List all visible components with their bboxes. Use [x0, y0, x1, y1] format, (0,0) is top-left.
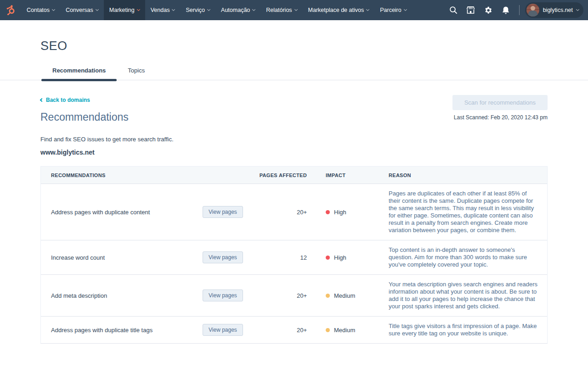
nav-item-label: Automação [221, 7, 250, 13]
back-link-label: Back to domains [46, 97, 90, 103]
chevron-down-icon [366, 8, 369, 11]
pages-affected-value: 12 [249, 254, 313, 261]
chevron-down-icon [404, 8, 407, 11]
table-row: Add meta description View pages 20+ Medi… [41, 275, 547, 317]
navbar-divider [519, 5, 520, 15]
nav-item-servico[interactable]: Serviço [180, 0, 215, 20]
column-header-pages-affected: PAGES AFFECTED [249, 173, 313, 178]
nav-item-label: Marketing [109, 7, 135, 13]
impact-label: High [334, 254, 346, 261]
main-menu: Contatos Conversas Marketing Vendas Serv… [21, 0, 412, 20]
chevron-down-icon [576, 8, 579, 11]
recommendations-table: RECOMMENDATIONS PAGES AFFECTED IMPACT RE… [40, 166, 548, 344]
reason-text: Pages are duplicates of each other if at… [382, 184, 547, 240]
user-avatar [526, 4, 539, 17]
top-navbar: Contatos Conversas Marketing Vendas Serv… [0, 0, 588, 20]
scanned-domain: www.biglytics.net [40, 149, 174, 156]
impact-dot [326, 210, 330, 214]
nav-item-vendas[interactable]: Vendas [145, 0, 181, 20]
search-icon[interactable] [446, 2, 461, 18]
chevron-left-icon [40, 98, 44, 102]
recommendation-name: Address pages with duplicate content [41, 209, 203, 216]
nav-item-label: Marketplace de ativos [308, 7, 364, 13]
nav-item-label: Serviço [186, 7, 205, 13]
navbar-utilities: biglytics.net [446, 0, 588, 20]
impact-dot [326, 328, 330, 332]
table-row: Address pages with duplicate content Vie… [41, 184, 547, 240]
last-scanned-timestamp: Last Scanned: Feb 20, 2020 12:43 pm [452, 114, 548, 121]
section-subtitle: Find and fix SEO issues to get more sear… [40, 136, 174, 143]
pages-affected-value: 20+ [249, 292, 313, 299]
chevron-down-icon [52, 8, 55, 11]
account-menu[interactable]: biglytics.net [525, 2, 583, 18]
nav-item-contatos[interactable]: Contatos [21, 0, 60, 20]
chevron-down-icon [96, 8, 99, 11]
view-pages-button[interactable]: View pages [203, 289, 243, 301]
nav-item-label: Conversas [66, 7, 93, 13]
table-row: Address pages with duplicate title tags … [41, 317, 547, 343]
section-title: Recommendations [40, 111, 174, 123]
chevron-down-icon [294, 8, 298, 11]
account-name: biglytics.net [543, 7, 573, 13]
reason-text: Top content is an in-depth answer to som… [382, 240, 547, 274]
table-header-row: RECOMMENDATIONS PAGES AFFECTED IMPACT RE… [41, 167, 547, 184]
impact-label: Medium [334, 292, 355, 299]
nav-item-marketplace[interactable]: Marketplace de ativos [303, 0, 375, 20]
recommendation-name: Address pages with duplicate title tags [41, 327, 203, 334]
chevron-down-icon [172, 8, 175, 11]
nav-item-label: Parceiro [380, 7, 401, 13]
pages-affected-value: 20+ [249, 209, 313, 216]
impact-label: Medium [334, 327, 355, 334]
tab-recommendations[interactable]: Recommendations [41, 63, 117, 80]
pages-affected-value: 20+ [249, 327, 313, 334]
nav-item-marketing[interactable]: Marketing [104, 0, 145, 20]
nav-item-conversas[interactable]: Conversas [60, 0, 104, 20]
nav-item-automacao[interactable]: Automação [215, 0, 260, 20]
tab-topics[interactable]: Topics [117, 63, 156, 80]
page-title: SEO [40, 39, 548, 53]
nav-item-label: Vendas [151, 7, 170, 13]
back-to-domains-link[interactable]: Back to domains [40, 97, 90, 103]
tab-bar: Recommendations Topics [0, 63, 588, 80]
scan-for-recommendations-button[interactable]: Scan for recommendations [452, 95, 548, 110]
table-row: Increase word count View pages 12 High T… [41, 240, 547, 275]
settings-gear-icon[interactable] [481, 2, 496, 18]
impact-dot [326, 294, 330, 298]
reason-text: Your meta description gives search engin… [382, 275, 547, 316]
column-header-recommendations: RECOMMENDATIONS [41, 173, 203, 178]
nav-item-label: Relatórios [266, 7, 292, 13]
recommendation-name: Increase word count [41, 254, 203, 261]
view-pages-button[interactable]: View pages [203, 206, 243, 218]
column-header-impact: IMPACT [313, 173, 382, 178]
column-header-reason: REASON [382, 173, 547, 178]
chevron-down-icon [137, 8, 140, 11]
hubspot-logo-icon[interactable] [0, 0, 21, 20]
nav-item-relatorios[interactable]: Relatórios [260, 0, 302, 20]
chevron-down-icon [252, 8, 255, 11]
marketplace-icon[interactable] [463, 2, 479, 18]
scan-area: Scan for recommendations Last Scanned: F… [452, 95, 548, 121]
reason-text: Title tags give visitors a first impress… [382, 317, 547, 343]
recommendation-name: Add meta description [41, 292, 203, 299]
view-pages-button[interactable]: View pages [203, 324, 243, 336]
notifications-bell-icon[interactable] [498, 2, 514, 18]
impact-label: High [334, 209, 346, 216]
impact-dot [326, 256, 330, 260]
nav-item-parceiro[interactable]: Parceiro [374, 0, 412, 20]
view-pages-button[interactable]: View pages [203, 251, 243, 263]
content-left: Back to domains Recommendations Find and… [40, 95, 174, 156]
nav-item-label: Contatos [27, 7, 50, 13]
chevron-down-icon [207, 8, 210, 11]
